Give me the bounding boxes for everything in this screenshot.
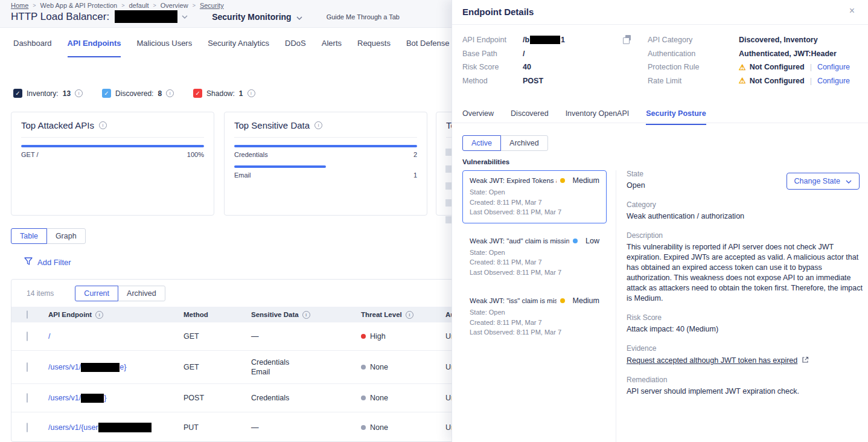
vulnerability-card[interactable]: Weak JWT: "aud" claim is missing ... Low… [462, 231, 607, 284]
threat-dot [361, 365, 366, 370]
threat-label: None [370, 363, 388, 371]
bar-value: 1 [413, 171, 417, 179]
vulnerability-state: State: Open [470, 187, 599, 197]
copy-icon[interactable] [623, 35, 631, 43]
redacted-value [81, 394, 104, 403]
field-label: API Category [648, 36, 738, 44]
filter-count: 1 [239, 89, 243, 98]
breadcrumb-waap[interactable]: Web App & API Protection [40, 2, 118, 9]
detail-label: Remediation [627, 376, 863, 384]
breadcrumb-separator: > [121, 2, 124, 8]
redacted-value [98, 423, 152, 432]
filter-discovered[interactable]: ✓ Discovered: 8 i [102, 89, 174, 98]
vulnerability-detail: State Open Category Weak authentication … [627, 170, 863, 406]
chevron-down-icon[interactable] [182, 15, 188, 19]
breadcrumb-overview[interactable]: Overview [161, 2, 188, 9]
add-filter-label: Add Filter [37, 258, 71, 267]
row-checkbox[interactable] [27, 362, 28, 372]
info-icon[interactable]: i [314, 121, 322, 129]
row-checkbox[interactable] [27, 393, 28, 403]
detail-label: State [627, 170, 863, 178]
risk-score-detail-value: Attack impact: 40 (Medium) [627, 324, 863, 335]
info-icon[interactable]: i [166, 89, 174, 97]
endpoint-text: /b [523, 36, 529, 44]
endpoint-link[interactable]: / [48, 332, 183, 341]
current-button[interactable]: Current [75, 286, 118, 301]
severity-label: Medium [573, 296, 599, 305]
external-link-icon[interactable] [802, 355, 809, 366]
select-all-checkbox[interactable] [27, 310, 28, 319]
description-value: This vulnerability is reported if API se… [627, 242, 863, 304]
configure-protection-link[interactable]: Configure [817, 63, 850, 71]
bar-value: 2 [413, 151, 417, 158]
detail-label: Category [627, 200, 863, 209]
tab-api-endpoints[interactable]: API Endpoints [68, 28, 121, 57]
tab-security-analytics[interactable]: Security Analytics [208, 28, 269, 57]
tab-malicious-users[interactable]: Malicious Users [136, 28, 192, 57]
configure-rate-limit-link[interactable]: Configure [817, 77, 850, 85]
info-icon[interactable]: i [99, 121, 107, 129]
threat-label: High [370, 332, 386, 341]
close-icon[interactable]: × [849, 5, 855, 16]
threat-dot [361, 334, 366, 339]
rate-limit-value: Not Configured [750, 77, 805, 85]
severity-label: Medium [573, 176, 599, 185]
endpoint-link[interactable]: /users/v1/{user [48, 423, 183, 432]
add-filter-button[interactable]: Add Filter [24, 257, 71, 267]
info-icon[interactable]: i [406, 311, 413, 319]
inventory-checkbox[interactable]: ✓ [13, 89, 22, 98]
vulnerability-card[interactable]: Weak JWT: Expired Tokens are Ac... Mediu… [462, 170, 607, 223]
panel-title: Endpoint Details [462, 7, 534, 17]
breadcrumb-security[interactable]: Security [200, 2, 224, 9]
method-cell: GET [183, 332, 251, 341]
tab-bot-defense[interactable]: Bot Defense [406, 28, 450, 57]
threat-dot [361, 425, 366, 430]
tab-alerts[interactable]: Alerts [322, 28, 342, 57]
endpoint-link[interactable]: /users/v1/ } [48, 394, 183, 403]
breadcrumb-home[interactable]: Home [11, 2, 28, 9]
severity-label: Low [586, 237, 599, 245]
vulnerability-card[interactable]: Weak JWT: "iss" claim is missing (... Me… [462, 290, 607, 344]
sensitive-data-bar-row: Credentials 2 [234, 145, 417, 158]
info-icon[interactable]: i [247, 89, 255, 97]
discovered-checkbox[interactable]: ✓ [102, 89, 111, 98]
base-path-value: / [523, 50, 525, 58]
shadow-checkbox[interactable]: ✓ [193, 89, 202, 98]
info-icon[interactable]: i [75, 89, 83, 97]
filter-shadow[interactable]: ✓ Shadow: 1 i [193, 89, 255, 98]
info-icon[interactable]: i [302, 311, 310, 319]
graph-view-button[interactable]: Graph [46, 228, 86, 244]
filter-label: Shadow: [206, 89, 235, 98]
guide-me-link[interactable]: Guide Me Through a Tab [327, 13, 400, 21]
archived-button[interactable]: Archived [500, 135, 548, 151]
severity-dot [560, 298, 565, 303]
method-value: POST [523, 77, 543, 85]
divider: | [810, 77, 812, 85]
main-tab-bar: Dashboard API Endpoints Malicious Users … [0, 28, 452, 57]
table-view-button[interactable]: Table [11, 228, 47, 244]
vulnerability-title: Weak JWT: "iss" claim is missing (... [470, 297, 557, 304]
row-checkbox[interactable] [27, 423, 28, 432]
table-graph-toggle: Table Graph [11, 228, 86, 244]
sensitive-data-cell: — [251, 332, 361, 341]
tab-requests[interactable]: Requests [357, 28, 391, 57]
row-checkbox[interactable] [27, 332, 28, 341]
endpoint-details-panel: Endpoint Details × API Endpoint /b 1 API… [452, 0, 868, 442]
info-icon[interactable]: i [95, 311, 103, 319]
filter-inventory[interactable]: ✓ Inventory: 13 i [13, 89, 83, 98]
field-label: Risk Score [462, 63, 523, 71]
security-monitoring-selector[interactable]: Security Monitoring [212, 12, 302, 22]
divider [616, 170, 616, 442]
divider [452, 24, 868, 25]
endpoint-link[interactable]: /users/v1/ e} [48, 363, 183, 372]
breadcrumb-default[interactable]: default [129, 2, 148, 9]
active-button[interactable]: Active [462, 135, 501, 151]
archived-button[interactable]: Archived [118, 286, 165, 301]
tab-dashboard[interactable]: Dashboard [13, 28, 52, 57]
column-sensitive-data: Sensitive Data [251, 311, 299, 318]
field-label: Rate Limit [648, 77, 738, 85]
vulnerability-title: Weak JWT: Expired Tokens are Ac... [470, 177, 557, 184]
top-attacked-apis-card: Top Attacked APIs i GET / 100% [11, 112, 214, 216]
evidence-link[interactable]: Request accepted although JWT token has … [627, 356, 797, 365]
tab-ddos[interactable]: DDoS [285, 28, 306, 57]
